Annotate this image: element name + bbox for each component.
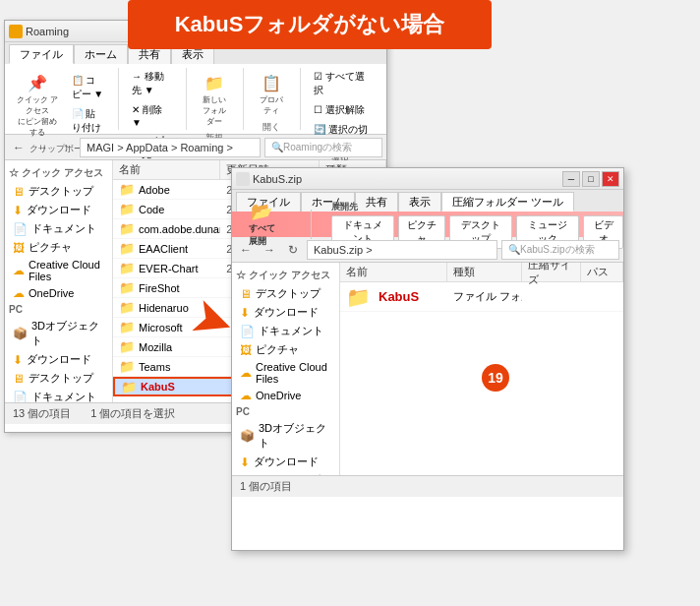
- zip-sidebar-desktop2[interactable]: 🖥デスクトップ: [232, 471, 339, 475]
- zip-tab-compress[interactable]: 圧縮フォルダー ツール: [441, 192, 574, 212]
- folder-icon-code: 📁: [119, 202, 135, 216]
- new-buttons: 📁 新しいフォルダー: [195, 68, 235, 130]
- zip-refresh-button[interactable]: ↻: [283, 240, 303, 260]
- selected-count: 1 個の項目を選択: [90, 406, 175, 421]
- ribbon-group-new: 📁 新しいフォルダー 新規: [195, 68, 244, 130]
- sidebar-item-3d[interactable]: 📦3Dオブジェクト: [5, 317, 112, 350]
- zip-forward-button[interactable]: →: [260, 240, 279, 260]
- sidebar-item-documents2[interactable]: 📄ドキュメント: [5, 388, 112, 402]
- folder-icon-mozilla: 📁: [119, 339, 135, 354]
- open-buttons: 📋 プロパティ: [252, 68, 292, 119]
- zip-explorer-window: KabuS.zip ─ □ ✕ ファイル ホーム 共有 表示 圧縮フォルダー ツ…: [231, 167, 624, 551]
- sidebar-item-documents[interactable]: 📄ドキュメント: [5, 219, 112, 238]
- 3d-icon: 📦: [13, 327, 28, 340]
- zip-window-icon: [236, 172, 250, 186]
- back-button[interactable]: ←: [9, 138, 29, 157]
- divider: [311, 210, 312, 239]
- zip-kabus-name: KabuS: [379, 289, 419, 304]
- zip-minimize-button[interactable]: ─: [562, 171, 580, 187]
- desktop2-icon: 🖥: [13, 372, 25, 386]
- ribbon-group-select: ☑ すべて選択 ☐ 選択解除 🔄 選択の切り替え 選択: [309, 68, 380, 130]
- quick-access-section: ☆ クイック アクセス: [5, 164, 112, 182]
- ribbon-group-open: 📋 プロパティ 開く: [252, 68, 301, 130]
- zip-col-type: 種類: [447, 263, 522, 281]
- zip-onedrive-icon: ☁: [240, 389, 252, 402]
- zip-maximize-button[interactable]: □: [582, 171, 600, 187]
- sidebar-item-download[interactable]: ⬇ダウンロード: [5, 201, 112, 219]
- properties-label: プロパティ: [257, 94, 287, 116]
- zip-file-list-header: 名前 種類 圧縮サイズ パス: [340, 263, 623, 282]
- zip-status-bar: 1 個の項目: [232, 475, 623, 497]
- zip-sidebar-3d[interactable]: 📦3Dオブジェクト: [232, 419, 339, 453]
- main-address-bar: ← → ↑ MAGI > AppData > Roaming > 🔍 Roami…: [5, 135, 386, 160]
- zip-sidebar-cloud[interactable]: ☁Creative Cloud Files: [232, 359, 339, 387]
- address-path[interactable]: MAGI > AppData > Roaming >: [80, 138, 261, 157]
- sidebar-item-cloud[interactable]: ☁Creative Cloud Files: [5, 257, 112, 284]
- paste-button[interactable]: 📄 貼り付け: [67, 105, 110, 137]
- desktop-icon: 🖥: [13, 185, 25, 199]
- copy-button[interactable]: 📋 コピー ▼: [67, 72, 110, 103]
- clipboard-buttons: 📌 クイック アクセスにピン留めする 📋 コピー ▼ 📄 貼り付け: [11, 68, 110, 141]
- zip-file-row-kabus[interactable]: 📁 KabuS ファイル フォルダー: [340, 282, 623, 312]
- sidebar-item-download2[interactable]: ⬇ダウンロード: [5, 350, 112, 369]
- sidebar-item-pictures[interactable]: 🖼ピクチャ: [5, 238, 112, 257]
- zip-sidebar-desktop[interactable]: 🖥デスクトップ: [232, 284, 339, 303]
- zip-3d-icon: 📦: [240, 429, 255, 443]
- col-header-name: 名前: [113, 160, 220, 179]
- zip-pc-section: PC: [232, 404, 339, 419]
- cloud-icon: ☁: [13, 264, 25, 277]
- zip-sidebar-pictures[interactable]: 🖼ピクチャ: [232, 340, 339, 359]
- deselect-button[interactable]: ☐ 選択解除: [309, 101, 370, 119]
- step-number: 19: [488, 370, 503, 386]
- pc-section: PC: [5, 302, 112, 317]
- tab-file[interactable]: ファイル: [9, 44, 74, 64]
- title-banner: KabuSフォルダがない場合: [128, 0, 492, 49]
- open-label: 開く: [262, 121, 280, 134]
- quick-access-icon: 📌: [26, 71, 49, 94]
- sidebar-item-desktop2[interactable]: 🖥デスクトップ: [5, 369, 112, 388]
- main-sidebar: ☆ クイック アクセス 🖥デスクトップ ⬇ダウンロード 📄ドキュメント 🖼ピクチ…: [5, 160, 113, 402]
- folder-icon-eaa: 📁: [119, 241, 135, 256]
- download2-icon: ⬇: [13, 353, 23, 367]
- extract-all-icon: 📂: [251, 201, 272, 222]
- move-to-button[interactable]: → 移動先 ▼: [127, 68, 178, 99]
- zip-address-path[interactable]: KabuS.zip >: [307, 240, 497, 260]
- folder-icon-kabus: 📁: [121, 380, 137, 394]
- zip-sidebar-download[interactable]: ⬇ダウンロード: [232, 303, 339, 322]
- documents-icon: 📄: [13, 222, 28, 236]
- zip-back-button[interactable]: ←: [236, 240, 256, 260]
- pictures-icon: 🖼: [13, 241, 25, 255]
- zip-sidebar-download2[interactable]: ⬇ダウンロード: [232, 453, 339, 471]
- delete-button[interactable]: ✕ 削除 ▼: [127, 101, 178, 130]
- zip-quick-access: ☆ クイック アクセス: [232, 267, 339, 284]
- search-box[interactable]: 🔍 Roamingの検索: [264, 138, 382, 157]
- zip-sidebar-documents[interactable]: 📄ドキュメント: [232, 322, 339, 340]
- properties-button[interactable]: 📋 プロパティ: [252, 68, 292, 119]
- zip-search-placeholder: KabuS.zipの検索: [520, 243, 595, 257]
- search-icon: 🔍: [271, 142, 283, 152]
- quick-access-button[interactable]: 📌 クイック アクセスにピン留めする: [11, 68, 64, 141]
- up-button[interactable]: ↑: [56, 138, 76, 157]
- zip-sidebar-onedrive[interactable]: ☁OneDrive: [232, 387, 339, 404]
- zip-col-size: 圧縮サイズ: [522, 263, 581, 281]
- sidebar-item-desktop[interactable]: 🖥デスクトップ: [5, 182, 112, 201]
- new-folder-button[interactable]: 📁 新しいフォルダー: [195, 68, 235, 130]
- onedrive-icon: ☁: [13, 286, 25, 300]
- folder-icon-ms: 📁: [119, 320, 135, 334]
- zip-search-icon: 🔍: [508, 244, 520, 255]
- zip-search-box[interactable]: 🔍 KabuS.zipの検索: [501, 240, 619, 260]
- zip-dl2-icon: ⬇: [240, 455, 250, 469]
- select-all-button[interactable]: ☑ すべて選択: [309, 68, 373, 99]
- folder-icon-ever: 📁: [119, 261, 135, 275]
- new-folder-icon: 📁: [203, 71, 226, 94]
- ribbon-group-organize: → 移動先 ▼ ✕ 削除 ▼ → コピー先 ▼ ✏ 名前の変更 整理: [127, 68, 187, 130]
- zip-address-bar: ← → ↻ KabuS.zip > 🔍 KabuS.zipの検索: [232, 237, 623, 263]
- sidebar-item-onedrive[interactable]: ☁OneDrive: [5, 284, 112, 302]
- forward-button[interactable]: →: [32, 138, 52, 157]
- zip-close-button[interactable]: ✕: [602, 171, 619, 187]
- folder-icon-fireshot: 📁: [119, 280, 135, 295]
- zip-col-path: パス: [581, 263, 623, 281]
- folder-icon-teams: 📁: [119, 359, 135, 374]
- window-icon: [9, 25, 23, 38]
- tab-home[interactable]: ホーム: [74, 44, 128, 64]
